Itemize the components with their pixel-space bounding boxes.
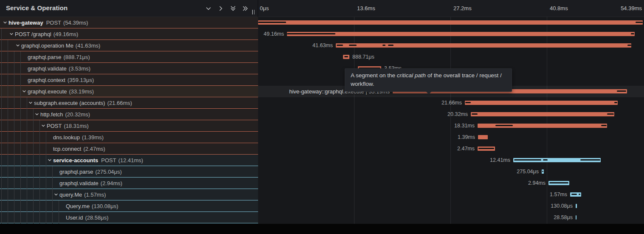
chevron-down-icon[interactable] (28, 100, 34, 105)
span-duration-bar[interactable] (542, 169, 544, 174)
indent-spacer (0, 57, 22, 57)
span-operation-name: dns.lookup (53, 134, 80, 141)
span-tree-row[interactable]: graphql.context(359.13μs) (0, 74, 258, 86)
twisty-spacer (60, 203, 66, 209)
indent-guide-line (46, 132, 46, 223)
span-duration: (28.58μs) (85, 214, 108, 221)
twisty-spacer (60, 215, 66, 220)
span-duration-bar[interactable] (465, 101, 618, 105)
indent-guide-line (8, 40, 8, 223)
span-operation-name: http.fetch (40, 111, 63, 118)
span-tree-row[interactable]: service-accountsPOST(12.41ms) (0, 155, 258, 166)
twisty-spacer (47, 135, 53, 140)
span-tree-row[interactable]: query.Me(1.57ms) (0, 189, 258, 200)
indent-spacer (0, 137, 47, 138)
page-title: Service & Operation (6, 4, 67, 11)
span-tree-row[interactable]: POST(18.31ms) (0, 120, 258, 132)
critical-path-segment (465, 102, 471, 103)
span-tree-row[interactable]: dns.lookup(1.39ms) (0, 132, 258, 143)
critical-path-segment (631, 33, 634, 34)
span-duration-bar[interactable] (548, 181, 569, 185)
span-duration-bar[interactable] (576, 204, 577, 208)
span-duration-bar[interactable] (478, 135, 488, 139)
span-duration: (3.53ms) (69, 65, 90, 72)
span-operation-name: graphql.operation Me (21, 42, 73, 49)
span-duration-bar[interactable] (576, 215, 577, 220)
span-operation-name: POST (101, 157, 116, 164)
chevron-down-icon[interactable] (22, 89, 28, 94)
span-tree-row[interactable]: http.fetch(20.32ms) (0, 109, 258, 120)
span-duration: (130.08μs) (92, 203, 118, 209)
chevron-right-icon[interactable] (217, 5, 224, 12)
span-tree-row[interactable]: subgraph.execute (accounts)(21.66ms) (0, 97, 258, 109)
span-bar-label: 1.39ms (458, 132, 475, 143)
span-duration: (41.63ms) (76, 42, 101, 49)
indent-guide-line (20, 51, 21, 223)
panel-resize-handle[interactable] (251, 10, 256, 15)
critical-path-segment (636, 22, 643, 23)
span-tree-row[interactable]: graphql.validate(3.53ms) (0, 63, 258, 74)
span-operation-name: subgraph.execute (accounts) (34, 100, 105, 106)
span-bar-label: 888.71μs (352, 51, 374, 63)
span-duration: (1.57ms) (84, 192, 106, 198)
span-duration-bar[interactable] (570, 192, 581, 197)
span-duration-bar[interactable] (478, 147, 495, 151)
span-duration-bar[interactable] (336, 43, 631, 48)
span-duration-bar[interactable] (513, 158, 601, 162)
span-tree-row[interactable]: graphql.parse(888.71μs) (0, 51, 258, 63)
span-operation-name: Query.me (66, 203, 90, 209)
chevron-down-icon[interactable] (41, 123, 47, 128)
chevron-down-icon[interactable] (47, 158, 53, 163)
double-chevron-down-icon[interactable] (230, 5, 236, 12)
span-tree-row[interactable]: graphql.parse(275.04μs) (0, 166, 258, 178)
span-tree-row[interactable]: hive-gatewayPOST(54.39ms) (0, 17, 258, 28)
indent-spacer (0, 68, 22, 69)
critical-path-segment (478, 148, 494, 149)
span-operation-name: tcp.connect (53, 146, 82, 152)
span-tree-row[interactable]: POST /graphql(49.16ms) (0, 28, 258, 40)
span-duration-bar[interactable] (258, 20, 643, 25)
timeline-span-row: 888.71μs (258, 51, 644, 63)
span-tree-row[interactable]: graphql.execute(33.19ms) (0, 86, 258, 97)
chevron-down-icon[interactable] (34, 112, 40, 117)
timeline-span-row: 49.16ms (258, 28, 644, 40)
span-bar-label: 12.41ms (490, 155, 510, 166)
twisty-spacer (47, 146, 53, 151)
span-operation-name: POST (46, 20, 61, 26)
span-duration: (888.71μs) (64, 54, 90, 60)
indent-guide-line (59, 200, 59, 223)
timeline-rows: 49.16ms41.63ms888.71μs3.53ms359.13μshive… (258, 17, 644, 223)
span-bar-label: 41.63ms (312, 40, 333, 51)
span-tree-row[interactable]: User.id(28.58μs) (0, 212, 258, 223)
critical-path-segment (472, 113, 478, 115)
timeline-span-row (258, 17, 644, 28)
critical-path-segment (607, 113, 614, 115)
span-duration-bar[interactable] (471, 112, 614, 116)
timeline-span-row: 18.31ms (258, 120, 644, 132)
timeline-span-row: 1.57ms (258, 189, 644, 200)
span-duration-bar[interactable] (478, 124, 607, 128)
timeline-span-row: 2.47ms (258, 143, 644, 155)
double-chevron-right-icon[interactable] (242, 5, 249, 12)
indent-spacer (0, 217, 60, 218)
chevron-down-icon[interactable] (15, 43, 21, 48)
span-operation-name: graphql.validate (28, 65, 67, 72)
critical-path-segment (627, 45, 631, 46)
chevron-down-icon[interactable] (9, 31, 15, 37)
span-duration: (21.66ms) (107, 100, 132, 106)
span-bar-label: 21.66ms (442, 97, 462, 109)
span-duration-bar[interactable] (287, 32, 635, 36)
span-duration: (12.41ms) (118, 157, 143, 164)
span-tree-row[interactable]: tcp.connect(2.47ms) (0, 143, 258, 155)
chevron-down-icon[interactable] (3, 20, 8, 25)
critical-path-segment (514, 159, 541, 161)
span-tree-row[interactable]: graphql.validate(2.94ms) (0, 178, 258, 189)
span-duration-bar[interactable] (343, 55, 349, 59)
timeline-header-bar: Service & Operation 0μs13.6ms27.2ms40.8m… (0, 0, 644, 17)
span-tree-row[interactable]: Query.me(130.08μs) (0, 200, 258, 212)
timeline-span-row: 20.32ms (258, 109, 644, 120)
chevron-down-icon[interactable] (53, 192, 59, 197)
span-tree-row[interactable]: graphql.operation Me(41.63ms) (0, 40, 258, 51)
chevron-down-icon[interactable] (205, 5, 212, 12)
span-bar-label: 130.08μs (551, 200, 573, 212)
